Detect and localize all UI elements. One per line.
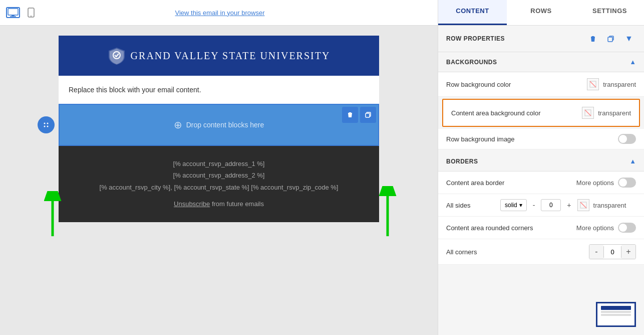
content-area-bg-label: Content area background color xyxy=(451,109,578,117)
copy-row-button[interactable] xyxy=(360,107,376,123)
border-color-swatch[interactable] xyxy=(577,199,589,211)
unsubscribe-link[interactable]: Unsubscribe xyxy=(174,200,210,208)
email-footer-block: [% account_rsvp_address_1 %] [% account_… xyxy=(59,146,379,222)
borders-chevron[interactable]: ▲ xyxy=(629,157,636,165)
backgrounds-header: BACKGROUNDS ▲ xyxy=(438,52,644,72)
email-header-block: Grand Valley State University xyxy=(59,36,379,76)
row-bg-color-value: transparent xyxy=(603,81,636,88)
content-area-bg-row-highlighted: Content area background color transparen… xyxy=(442,99,640,127)
content-area-bg-swatch[interactable] xyxy=(582,107,594,119)
border-style-value: solid xyxy=(505,202,517,209)
border-width-value[interactable]: 0 xyxy=(541,199,561,211)
content-area-bg-value: transparent xyxy=(598,109,631,117)
border-minus-btn[interactable]: - xyxy=(531,201,537,209)
corners-plus-btn[interactable]: + xyxy=(621,245,635,259)
row-bg-color-label: Row background color xyxy=(446,81,583,88)
content-area-border-row: Content area border More options xyxy=(438,172,644,194)
logo-text-label: Grand Valley State University xyxy=(131,50,331,62)
preview-mini xyxy=(601,306,631,323)
tab-settings[interactable]: SETTINGS xyxy=(575,0,644,25)
panel-tabs: CONTENT ROWS SETTINGS xyxy=(438,0,644,26)
delete-row-icon[interactable] xyxy=(586,32,600,46)
content-area-border-toggle[interactable] xyxy=(618,178,636,188)
row-bg-image-row: Row background image xyxy=(438,129,644,149)
tab-rows[interactable]: ROWS xyxy=(507,0,575,25)
footer-address-3: [% account_rsvp_city %], [% account_rsvp… xyxy=(69,182,369,193)
logo-text: Grand Valley State University xyxy=(108,47,331,65)
view-in-browser-link[interactable]: View this email in your browser xyxy=(175,9,265,17)
corners-minus-btn[interactable]: - xyxy=(589,245,603,259)
device-switcher xyxy=(6,7,38,18)
border-style-dropdown-icon: ▾ xyxy=(519,202,522,209)
all-corners-label: All corners xyxy=(446,248,585,256)
mobile-icon[interactable] xyxy=(24,7,38,18)
row-actions xyxy=(342,107,376,123)
rounded-corners-toggle[interactable] xyxy=(618,223,636,233)
backgrounds-chevron[interactable]: ▲ xyxy=(629,58,636,66)
drag-handle[interactable] xyxy=(38,116,55,133)
tab-content[interactable]: CONTENT xyxy=(438,0,507,25)
layout-preview-icon[interactable] xyxy=(596,302,636,327)
logo-shield-icon xyxy=(108,47,126,65)
svg-point-9 xyxy=(44,126,46,127)
svg-line-15 xyxy=(590,81,596,87)
drop-zone: ⊕ Drop content blocks here xyxy=(60,105,378,145)
preview-bar-2 xyxy=(601,311,631,313)
rounded-corners-label: Content area rounded corners xyxy=(446,224,572,232)
footer-unsubscribe: Unsubscribe from future emails xyxy=(69,198,369,210)
rounded-corners-row: Content area rounded corners More option… xyxy=(438,217,644,239)
svg-line-17 xyxy=(585,110,591,116)
collapse-icon[interactable]: ▼ xyxy=(622,32,636,46)
delete-row-button[interactable] xyxy=(342,107,358,123)
more-options-text: More options xyxy=(576,179,614,187)
borders-header: BORDERS ▲ xyxy=(438,151,644,172)
preview-bar-1 xyxy=(601,306,631,310)
arrow-left xyxy=(40,191,65,243)
svg-point-7 xyxy=(44,123,46,124)
content-area-border-label: Content area border xyxy=(446,179,572,187)
row-properties-title: ROW PROPERTIES xyxy=(446,35,505,42)
email-text-block: Replace this block with your email conte… xyxy=(59,76,379,104)
content-area-bg-inner: Content area background color transparen… xyxy=(443,100,639,126)
placeholder-text: Replace this block with your email conte… xyxy=(69,86,201,94)
corners-stepper: - 0 + xyxy=(589,244,636,259)
svg-rect-0 xyxy=(8,9,18,15)
copy-row-icon[interactable] xyxy=(604,32,618,46)
footer-address-1: [% account_rsvp_address_1 %] xyxy=(69,158,369,170)
all-sides-row: All sides solid ▾ - 0 + transparent xyxy=(438,194,644,217)
email-canvas: Grand Valley State University Replace th… xyxy=(0,26,438,335)
email-canvas-panel: View this email in your browser Grand Va… xyxy=(0,0,438,335)
row-properties-actions: ▼ xyxy=(586,32,636,46)
all-corners-row: All corners - 0 + xyxy=(438,239,644,265)
svg-point-4 xyxy=(31,16,32,17)
row-bg-image-toggle[interactable] xyxy=(618,134,636,144)
right-panel: CONTENT ROWS SETTINGS ROW PROPERTIES ▼ B… xyxy=(438,0,644,335)
svg-rect-1 xyxy=(12,15,15,16)
border-plus-btn[interactable]: + xyxy=(565,201,573,209)
row-bg-image-label: Row background image xyxy=(446,135,614,143)
arrow-right xyxy=(375,186,400,243)
more-options-rounded-text: More options xyxy=(576,224,614,232)
svg-rect-13 xyxy=(608,37,612,42)
toolbar: View this email in your browser xyxy=(0,0,438,26)
row-bg-color-row: Row background color transparent xyxy=(438,72,644,97)
svg-point-8 xyxy=(47,123,49,124)
backgrounds-title: BACKGROUNDS xyxy=(446,59,497,66)
drop-zone-icon: ⊕ xyxy=(174,119,182,131)
footer-suffix: from future emails xyxy=(210,200,264,208)
svg-rect-2 xyxy=(10,16,16,17)
corners-value: 0 xyxy=(603,246,621,258)
border-style-select[interactable]: solid ▾ xyxy=(500,199,527,211)
drop-zone-text: Drop content blocks here xyxy=(186,121,264,129)
border-color-value: transparent xyxy=(593,202,626,209)
preview-bar-3 xyxy=(601,314,631,316)
desktop-icon[interactable] xyxy=(6,7,20,18)
svg-line-19 xyxy=(580,202,586,208)
email-content-row[interactable]: ⊕ Drop content blocks here xyxy=(59,104,379,146)
all-sides-label: All sides xyxy=(446,202,496,209)
svg-point-10 xyxy=(47,126,49,127)
borders-title: BORDERS xyxy=(446,158,478,165)
row-bg-color-swatch[interactable] xyxy=(587,78,599,90)
row-properties-header: ROW PROPERTIES ▼ xyxy=(438,26,644,52)
svg-rect-6 xyxy=(366,113,370,117)
